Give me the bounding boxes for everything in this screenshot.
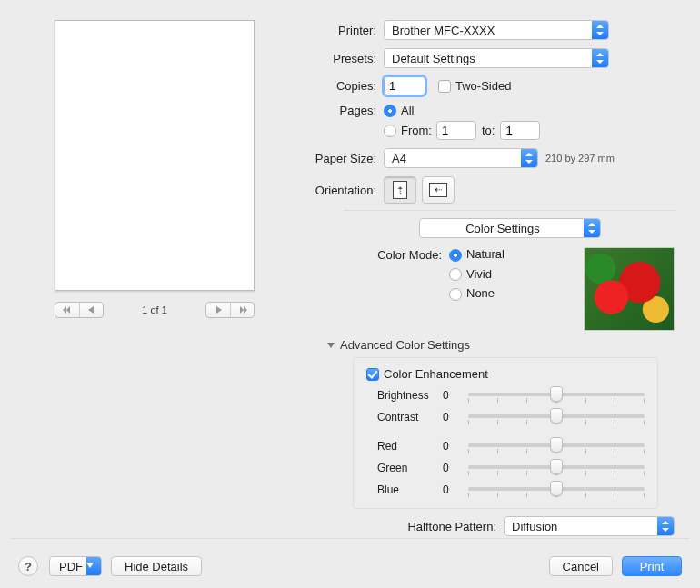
svg-marker-7 xyxy=(596,32,604,35)
color-mode-vivid-radio[interactable] xyxy=(449,268,462,281)
help-button[interactable]: ? xyxy=(18,556,38,576)
pages-from-input[interactable] xyxy=(436,121,476,140)
svg-marker-5 xyxy=(244,306,247,314)
orientation-label: Orientation: xyxy=(289,184,384,197)
page-counter: 1 of 1 xyxy=(142,304,167,315)
pages-to-label: to: xyxy=(482,124,495,137)
blue-label: Blue xyxy=(366,483,443,496)
color-mode-vivid-label: Vivid xyxy=(466,267,492,281)
updown-icon xyxy=(592,21,608,39)
divider xyxy=(344,210,676,211)
halftone-select[interactable]: Diffusion xyxy=(504,516,675,536)
svg-marker-4 xyxy=(240,306,244,314)
color-mode-preview-image xyxy=(584,247,675,331)
svg-marker-13 xyxy=(588,230,595,234)
color-mode-label: Color Mode: xyxy=(344,247,449,262)
footer-divider xyxy=(11,538,689,539)
copies-label: Copies: xyxy=(289,79,384,93)
two-sided-checkbox[interactable] xyxy=(438,80,451,93)
advanced-disclosure[interactable]: Advanced Color Settings xyxy=(327,338,676,352)
brightness-label: Brightness xyxy=(366,389,443,402)
pages-label: Pages: xyxy=(289,104,384,117)
paper-size-note: 210 by 297 mm xyxy=(545,153,615,164)
color-mode-natural-radio[interactable] xyxy=(449,249,462,262)
brightness-value: 0 xyxy=(443,389,468,402)
blue-slider[interactable] xyxy=(468,483,645,497)
updown-icon xyxy=(521,149,537,167)
paper-size-select[interactable]: A4 xyxy=(384,148,538,168)
green-slider[interactable] xyxy=(468,461,645,475)
svg-marker-3 xyxy=(216,306,222,314)
advanced-disclosure-label: Advanced Color Settings xyxy=(340,338,470,352)
pager-back-group xyxy=(55,302,104,318)
green-label: Green xyxy=(366,462,443,474)
pages-all-radio[interactable] xyxy=(384,105,396,117)
copies-input[interactable] xyxy=(384,76,425,95)
printer-label: Printer: xyxy=(289,24,384,37)
brightness-slider[interactable] xyxy=(468,388,645,403)
updown-icon xyxy=(592,49,608,67)
orientation-portrait-button[interactable]: ⇡ xyxy=(384,176,416,204)
pager-next-button[interactable] xyxy=(206,303,230,317)
printer-select[interactable]: Brother MFC-XXXX xyxy=(384,20,609,40)
pages-to-input[interactable] xyxy=(500,121,540,140)
pdf-menu[interactable]: PDF xyxy=(49,556,102,576)
halftone-label: Halftone Pattern: xyxy=(407,520,496,533)
cancel-button[interactable]: Cancel xyxy=(549,556,613,576)
red-slider[interactable] xyxy=(468,439,645,453)
hide-details-button[interactable]: Hide Details xyxy=(111,556,202,576)
two-sided-label: Two-Sided xyxy=(455,79,511,93)
red-value: 0 xyxy=(443,440,468,453)
updown-icon xyxy=(584,219,600,237)
pager-fwd-group xyxy=(205,302,255,318)
landscape-icon: ⇡ xyxy=(429,183,447,197)
section-settings-select[interactable]: Color Settings xyxy=(419,218,601,238)
svg-marker-14 xyxy=(662,521,669,524)
pages-from-radio[interactable] xyxy=(384,125,396,137)
svg-marker-6 xyxy=(596,25,604,28)
svg-marker-0 xyxy=(66,306,70,314)
svg-marker-12 xyxy=(588,223,595,226)
svg-marker-15 xyxy=(662,528,669,532)
portrait-icon: ⇡ xyxy=(393,181,407,199)
pager-first-button[interactable] xyxy=(55,303,79,317)
svg-marker-2 xyxy=(88,306,94,314)
blue-value: 0 xyxy=(443,483,468,496)
pages-all-label: All xyxy=(401,104,414,117)
color-enhancement-label: Color Enhancement xyxy=(384,367,488,381)
svg-marker-10 xyxy=(525,153,533,156)
red-label: Red xyxy=(366,440,443,453)
presets-label: Presets: xyxy=(289,52,384,65)
contrast-label: Contrast xyxy=(366,411,443,424)
paper-size-label: Paper Size: xyxy=(289,152,384,165)
svg-marker-1 xyxy=(63,306,66,314)
pager-last-button[interactable] xyxy=(230,303,254,317)
contrast-value: 0 xyxy=(443,411,468,424)
pages-from-label: From: xyxy=(401,124,432,137)
chevron-down-icon xyxy=(86,557,101,575)
svg-marker-11 xyxy=(525,160,533,164)
print-button[interactable]: Print xyxy=(622,556,682,576)
presets-select[interactable]: Default Settings xyxy=(384,48,609,68)
svg-marker-9 xyxy=(596,60,604,64)
disclosure-triangle-icon xyxy=(327,343,335,348)
updown-icon xyxy=(657,517,674,535)
print-preview-page xyxy=(55,20,255,291)
color-mode-none-radio[interactable] xyxy=(449,288,462,301)
green-value: 0 xyxy=(443,462,468,474)
orientation-landscape-button[interactable]: ⇡ xyxy=(422,176,455,204)
svg-marker-16 xyxy=(86,563,94,568)
svg-marker-8 xyxy=(596,53,604,56)
color-enhancement-checkbox[interactable] xyxy=(366,368,379,381)
contrast-slider[interactable] xyxy=(468,410,645,424)
pager-prev-button[interactable] xyxy=(79,303,103,317)
color-mode-natural-label: Natural xyxy=(466,247,505,261)
color-mode-none-label: None xyxy=(466,286,495,300)
advanced-panel: Color Enhancement Brightness 0 Contrast … xyxy=(353,357,658,509)
